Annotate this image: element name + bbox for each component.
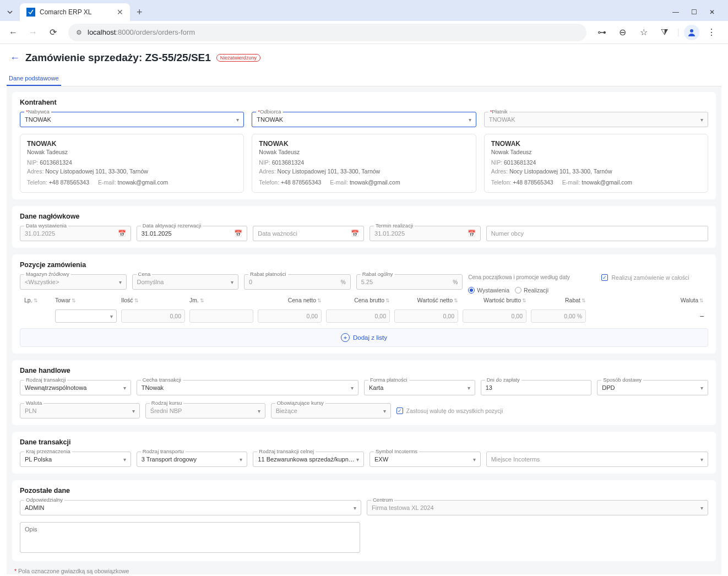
window-close-icon[interactable]: ✕ bbox=[709, 8, 715, 16]
chevron-down-icon: ▾ bbox=[700, 457, 703, 463]
radio-wystawienia[interactable]: Wystawienia bbox=[468, 287, 509, 294]
chevron-down-icon: ▾ bbox=[468, 385, 470, 391]
field-odbiorca: *Odbiorca TNOWAK▾ bbox=[252, 112, 476, 127]
section-title: Kontrahent bbox=[20, 99, 708, 106]
select-nabywca[interactable]: TNOWAK▾ bbox=[20, 112, 244, 127]
select-odbiorca[interactable]: TNOWAK▾ bbox=[252, 112, 476, 127]
checkbox-realizuj-calosc: ✓ Realizuj zamówienie w całości bbox=[601, 274, 708, 281]
sort-icon: ⇅ bbox=[454, 298, 458, 303]
svg-point-0 bbox=[690, 29, 693, 32]
sort-icon: ⇅ bbox=[200, 298, 204, 303]
window-controls: — ☐ ✕ bbox=[672, 8, 725, 16]
cell-cena-brutto[interactable]: 0,00 bbox=[326, 309, 390, 323]
profile-avatar[interactable] bbox=[684, 25, 699, 40]
grid-header: Lp.⇅ Towar⇅ Ilość⇅ Jm.⇅ Cena netto⇅ Cena… bbox=[20, 294, 708, 307]
chevron-down-icon: ▾ bbox=[258, 408, 260, 414]
page-title: Zamówienie sprzedaży: ZS-55/25/SE1 bbox=[25, 52, 211, 64]
page-tabs: Dane podstawowe bbox=[7, 72, 721, 86]
input-numer-obcy[interactable]: Numer obcy bbox=[486, 226, 708, 241]
chevron-down-icon: ▾ bbox=[236, 117, 239, 123]
select-odpowiedzialny[interactable]: ADMIN▾ bbox=[20, 500, 361, 515]
cell-rabat[interactable]: 0,00 % bbox=[531, 309, 586, 323]
date-waznosci[interactable]: Data ważności📅 bbox=[253, 226, 364, 241]
chevron-down-icon: ▾ bbox=[469, 117, 471, 123]
calendar-icon[interactable]: 📅 bbox=[351, 230, 359, 237]
tab-list-dropdown[interactable] bbox=[3, 6, 17, 19]
textarea-opis[interactable] bbox=[20, 522, 360, 553]
chevron-down-icon: ▾ bbox=[240, 457, 242, 463]
add-from-list-button[interactable]: + Dodaj z listy bbox=[20, 328, 708, 347]
check-icon: ✓ bbox=[396, 407, 403, 414]
chevron-down-icon: ▾ bbox=[231, 279, 233, 285]
chevron-down-icon: ▾ bbox=[700, 117, 703, 123]
chevron-down-icon: ▾ bbox=[700, 505, 703, 511]
sort-icon: ⇅ bbox=[134, 298, 139, 303]
promo-radio-group: Cena początkowa i promocje według daty W… bbox=[468, 274, 596, 294]
cell-wartosc-netto[interactable]: 0,00 bbox=[394, 309, 458, 323]
url-bar[interactable]: ⚙ localhost:8000/orders/orders-form bbox=[68, 24, 586, 41]
calendar-icon: 📅 bbox=[118, 230, 126, 237]
sort-icon: ⇅ bbox=[385, 298, 390, 303]
cell-jm[interactable] bbox=[189, 309, 253, 323]
section-kontrahent: Kontrahent *Nabywca TNOWAK▾ *Odbiorca TN… bbox=[12, 92, 716, 199]
site-settings-icon[interactable]: ⚙ bbox=[76, 29, 82, 36]
browser-toolbar: ← → ⟳ ⚙ localhost:8000/orders/orders-for… bbox=[0, 21, 728, 44]
tab-close-icon[interactable]: ✕ bbox=[117, 8, 123, 17]
chevron-down-icon: ▾ bbox=[356, 457, 359, 463]
tab-favicon bbox=[26, 8, 35, 17]
tab-strip: Comarch ERP XL ✕ + — ☐ ✕ bbox=[0, 0, 728, 21]
card-odbiorca: TNOWAK Nowak Tadeusz NIP: 6013681324 Adr… bbox=[252, 134, 476, 193]
bookmark-star-icon[interactable]: ☆ bbox=[635, 24, 653, 41]
sort-icon: ⇅ bbox=[522, 298, 526, 303]
cell-ilosc[interactable]: 0,00 bbox=[121, 309, 185, 323]
chevron-down-icon: ▾ bbox=[700, 385, 703, 391]
extensions-icon[interactable]: ⧩ bbox=[656, 24, 673, 41]
cell-waluta: – bbox=[588, 312, 706, 320]
chevron-down-icon: ▾ bbox=[110, 313, 113, 319]
app-root: ← Zamówienie sprzedaży: ZS-55/25/SE1 Nie… bbox=[0, 44, 728, 576]
nav-forward-button[interactable]: → bbox=[24, 24, 42, 41]
password-icon[interactable]: ⊶ bbox=[593, 24, 611, 41]
content-scroll: Kontrahent *Nabywca TNOWAK▾ *Odbiorca TN… bbox=[7, 86, 721, 574]
checkbox-zastosuj-walute: ✓ Zastosuj walutę do wszystkich pozycji bbox=[396, 403, 708, 419]
browser-tab[interactable]: Comarch ERP XL ✕ bbox=[20, 3, 130, 21]
field-nabywca: *Nabywca TNOWAK▾ bbox=[20, 112, 244, 127]
browser-menu-icon[interactable]: ⋮ bbox=[703, 24, 720, 41]
chevron-down-icon: ▾ bbox=[123, 385, 126, 391]
nav-back-button[interactable]: ← bbox=[4, 24, 22, 41]
new-tab-button[interactable]: + bbox=[133, 7, 146, 18]
section-naglowkowe: Dane nagłówkowe Data wystawienia 31.01.2… bbox=[12, 206, 716, 248]
sort-icon: ⇅ bbox=[317, 298, 322, 303]
calendar-icon[interactable]: 📅 bbox=[234, 230, 242, 237]
section-transakcji: Dane transakcji Kraj przeznaczenia PL Po… bbox=[12, 432, 716, 474]
calendar-icon: 📅 bbox=[468, 230, 476, 237]
chevron-down-icon: ▾ bbox=[383, 408, 386, 414]
section-pozostale: Pozostałe dane Odpowiedzialny ADMIN▾ Cen… bbox=[12, 480, 716, 561]
cell-cena-netto[interactable]: 0,00 bbox=[258, 309, 322, 323]
input-miejsce-incoterms[interactable]: Miejsce Incoterms▾ bbox=[486, 452, 708, 467]
page-back-arrow-icon[interactable]: ← bbox=[10, 52, 20, 64]
zoom-icon[interactable]: ⊖ bbox=[614, 24, 632, 41]
chevron-down-icon: ▾ bbox=[123, 457, 126, 463]
card-nabywca: TNOWAK Nowak Tadeusz NIP: 6013681324 Adr… bbox=[20, 134, 244, 193]
table-row: ▾ 0,00 0,00 0,00 0,00 0,00 0,00 % – bbox=[20, 307, 708, 325]
chevron-down-icon: ▾ bbox=[351, 385, 354, 391]
required-footnote: * Pola oznaczone gwiazdką są obowiązkowe bbox=[12, 568, 716, 574]
section-handlowe: Dane handlowe Rodzaj transakcji Wewnątrz… bbox=[12, 360, 716, 425]
status-badge: Niezatwierdzony bbox=[216, 54, 260, 62]
chevron-down-icon: ▾ bbox=[354, 505, 356, 511]
cell-wartosc-brutto[interactable]: 0,00 bbox=[463, 309, 526, 323]
radio-realizacji[interactable]: Realizacji bbox=[515, 287, 548, 294]
nav-reload-button[interactable]: ⟳ bbox=[44, 24, 62, 41]
sort-icon: ⇅ bbox=[582, 298, 586, 303]
tab-dane-podstawowe[interactable]: Dane podstawowe bbox=[7, 72, 61, 86]
window-maximize-icon[interactable]: ☐ bbox=[691, 8, 697, 16]
window-minimize-icon[interactable]: — bbox=[672, 8, 679, 16]
sort-icon: ⇅ bbox=[72, 298, 76, 303]
select-platnik: TNOWAK▾ bbox=[484, 112, 708, 127]
url-text: localhost:8000/orders/orders-form bbox=[88, 28, 195, 36]
cell-towar-select[interactable]: ▾ bbox=[55, 309, 117, 323]
field-platnik: *Płatnik TNOWAK▾ bbox=[484, 112, 708, 127]
chevron-down-icon: ▾ bbox=[132, 408, 135, 414]
browser-chrome: Comarch ERP XL ✕ + — ☐ ✕ ← → ⟳ ⚙ localho… bbox=[0, 0, 728, 44]
